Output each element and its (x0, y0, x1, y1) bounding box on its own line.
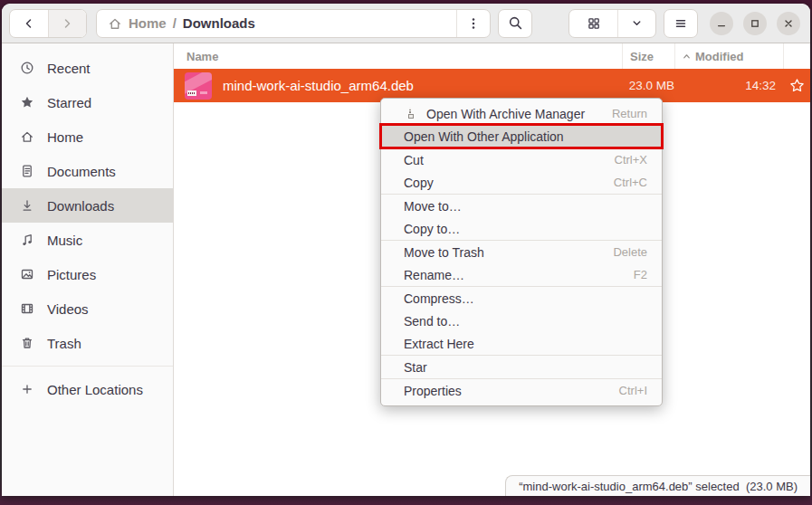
sort-ascending-icon (682, 52, 692, 62)
menu-item-open-with-archive-manager[interactable]: Open With Archive Manager Return (381, 102, 662, 125)
forward-button[interactable] (48, 10, 86, 37)
maximize-icon (749, 17, 761, 30)
sidebar-item-label: Home (47, 129, 83, 145)
menu-accel: Ctrl+C (614, 176, 647, 189)
app-menu-button[interactable] (664, 9, 698, 38)
deb-package-icon (185, 72, 212, 100)
file-size: 23.0 MB (622, 79, 674, 92)
back-button[interactable] (10, 10, 48, 37)
sidebar-item-label: Recent (47, 61, 91, 76)
selection-status-text: “mind-work-ai-studio_arm64.deb” selected… (519, 480, 798, 493)
sidebar-item-videos[interactable]: Videos (2, 291, 173, 326)
document-icon (20, 164, 34, 178)
film-icon (20, 301, 34, 316)
sidebar-item-trash[interactable]: Trash (2, 326, 173, 360)
nav-button-group (9, 9, 87, 38)
chevron-down-icon (630, 16, 644, 30)
star-outline-icon (789, 78, 805, 93)
grid-view-icon (587, 16, 601, 31)
music-note-icon (20, 233, 34, 247)
menu-item-send-to[interactable]: Send to… (381, 310, 662, 332)
sidebar-item-downloads[interactable]: Downloads (2, 188, 173, 223)
menu-accel: F2 (634, 268, 647, 281)
column-header-row: Name Size Modified (174, 43, 810, 69)
menu-item-move-to[interactable]: Move to… (381, 195, 662, 217)
breadcrumb[interactable]: Home / Downloads (96, 9, 491, 38)
menu-accel: Return (612, 107, 647, 120)
menu-item-copy[interactable]: Copy Ctrl+C (381, 171, 662, 194)
home-icon (108, 16, 122, 31)
menu-item-cut[interactable]: Cut Ctrl+X (381, 148, 662, 171)
star-icon (20, 95, 34, 110)
maximize-button[interactable] (743, 12, 767, 35)
sidebar-item-label: Starred (47, 95, 91, 110)
status-bar: “mind-work-ai-studio_arm64.deb” selected… (505, 475, 810, 496)
sidebar-item-home[interactable]: Home (2, 119, 173, 154)
search-button[interactable] (498, 9, 532, 38)
menu-item-copy-to[interactable]: Copy to… (381, 217, 662, 240)
view-toggle-group (568, 9, 656, 38)
sidebar-item-label: Other Locations (47, 382, 143, 397)
file-manager-window: Home / Downloads (2, 4, 810, 496)
menu-item-extract-here[interactable]: Extract Here (381, 332, 662, 355)
column-header-modified[interactable]: Modified (674, 43, 783, 69)
trash-icon (20, 336, 34, 350)
sidebar-item-music[interactable]: Music (2, 223, 173, 257)
menu-item-compress[interactable]: Compress… (381, 287, 662, 310)
menu-accel: Ctrl+I (619, 384, 647, 397)
menu-item-properties[interactable]: Properties Ctrl+I (381, 379, 662, 402)
context-menu: Open With Archive Manager Return Open Wi… (380, 98, 663, 406)
sidebar-item-label: Trash (47, 336, 81, 351)
sidebar-item-pictures[interactable]: Pictures (2, 257, 173, 291)
menu-item-rename[interactable]: Rename… F2 (381, 263, 662, 286)
menu-item-move-to-trash[interactable]: Move to Trash Delete (381, 241, 662, 263)
menu-accel: Ctrl+X (615, 153, 647, 167)
file-name: mind-work-ai-studio_arm64.deb (223, 78, 414, 93)
kebab-menu-icon (466, 16, 481, 31)
file-name-cell: mind-work-ai-studio_arm64.deb (174, 72, 622, 100)
sidebar-item-label: Videos (47, 301, 89, 317)
window-controls (710, 12, 800, 35)
sidebar-item-recent[interactable]: Recent (2, 51, 173, 85)
column-header-size[interactable]: Size (622, 43, 674, 69)
breadcrumb-root[interactable]: Home (129, 15, 167, 31)
sidebar-item-label: Documents (47, 164, 116, 179)
download-icon (20, 198, 34, 213)
path-menu-button[interactable] (456, 10, 490, 37)
minimize-icon (715, 17, 728, 30)
search-icon (508, 15, 523, 31)
view-options-button[interactable] (617, 10, 655, 37)
plus-icon (20, 382, 34, 396)
chevron-left-icon (22, 16, 36, 31)
home-icon (20, 129, 34, 144)
breadcrumb-separator: / (173, 15, 177, 31)
breadcrumb-current[interactable]: Downloads (183, 15, 255, 31)
grid-view-button[interactable] (569, 10, 617, 37)
column-header-name[interactable]: Name (174, 43, 622, 69)
places-sidebar: Recent Starred Home Documents Downloads … (2, 43, 174, 496)
file-star-button[interactable] (783, 78, 810, 93)
sidebar-item-other-locations[interactable]: Other Locations (2, 372, 173, 406)
menu-accel: Delete (613, 245, 647, 259)
hamburger-icon (673, 16, 688, 31)
sidebar-separator (2, 366, 173, 367)
chevron-right-icon (60, 16, 74, 31)
minimize-button[interactable] (710, 12, 733, 35)
sidebar-item-label: Pictures (47, 267, 96, 282)
sidebar-item-label: Music (47, 233, 82, 248)
close-icon (782, 17, 795, 30)
clock-icon (20, 61, 34, 75)
menu-item-open-with-other-application[interactable]: Open With Other Application (381, 125, 662, 148)
sidebar-item-documents[interactable]: Documents (2, 154, 173, 188)
archive-manager-icon (404, 107, 418, 121)
close-button[interactable] (777, 12, 800, 35)
column-header-star[interactable] (783, 43, 810, 69)
menu-item-star[interactable]: Star (381, 356, 662, 378)
picture-icon (20, 267, 34, 281)
sidebar-item-starred[interactable]: Starred (2, 85, 173, 119)
file-modified-time: 14:32 (674, 79, 783, 92)
sidebar-item-label: Downloads (47, 198, 114, 214)
header-bar: Home / Downloads (2, 4, 810, 43)
